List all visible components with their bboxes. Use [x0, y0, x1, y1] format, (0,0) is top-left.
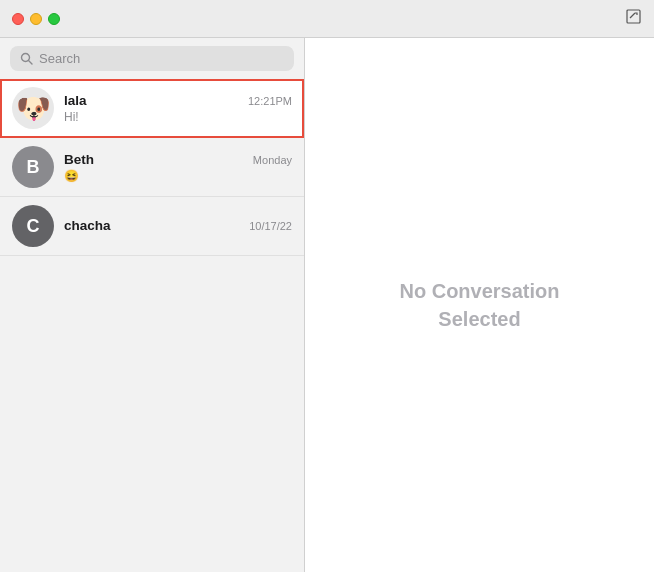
search-icon [20, 52, 33, 65]
no-conversation-panel: No Conversation Selected [399, 277, 559, 333]
avatar-beth: B [12, 146, 54, 188]
traffic-lights [12, 13, 60, 25]
no-conversation-line1: No Conversation [399, 277, 559, 305]
svg-rect-0 [627, 10, 640, 23]
conversation-name-lala: lala [64, 93, 87, 108]
conversation-header-chacha: chacha 10/17/22 [64, 218, 292, 233]
conversation-item-beth[interactable]: B Beth Monday 😆 [0, 138, 304, 197]
main-content: No Conversation Selected [305, 38, 654, 572]
search-placeholder: Search [39, 51, 80, 66]
svg-line-1 [630, 13, 635, 18]
search-bar[interactable]: Search [10, 46, 294, 71]
conversation-header-lala: lala 12:21PM [64, 93, 292, 108]
conversation-time-lala: 12:21PM [248, 95, 292, 107]
maximize-button[interactable] [48, 13, 60, 25]
conversation-time-beth: Monday [253, 154, 292, 166]
minimize-button[interactable] [30, 13, 42, 25]
close-button[interactable] [12, 13, 24, 25]
svg-line-3 [29, 61, 33, 65]
conversation-preview-beth: 😆 [64, 169, 292, 183]
conversation-header-beth: Beth Monday [64, 152, 292, 167]
compose-icon [626, 9, 642, 25]
sidebar: Search 🐶 lala 12:21PM Hi! B [0, 38, 305, 572]
app-container: Search 🐶 lala 12:21PM Hi! B [0, 38, 654, 572]
avatar-lala: 🐶 [12, 87, 54, 129]
conversation-item-lala[interactable]: 🐶 lala 12:21PM Hi! [0, 79, 304, 138]
conversation-info-beth: Beth Monday 😆 [64, 152, 292, 183]
conversation-item-chacha[interactable]: C chacha 10/17/22 [0, 197, 304, 256]
no-conversation-line2: Selected [399, 305, 559, 333]
conversation-name-chacha: chacha [64, 218, 111, 233]
conversation-info-lala: lala 12:21PM Hi! [64, 93, 292, 124]
conversation-info-chacha: chacha 10/17/22 [64, 218, 292, 235]
title-bar [0, 0, 654, 38]
conversation-name-beth: Beth [64, 152, 94, 167]
compose-button[interactable] [626, 9, 642, 29]
conversation-time-chacha: 10/17/22 [249, 220, 292, 232]
avatar-chacha: C [12, 205, 54, 247]
conversation-preview-lala: Hi! [64, 110, 292, 124]
conversation-list: 🐶 lala 12:21PM Hi! B Beth Monda [0, 79, 304, 572]
